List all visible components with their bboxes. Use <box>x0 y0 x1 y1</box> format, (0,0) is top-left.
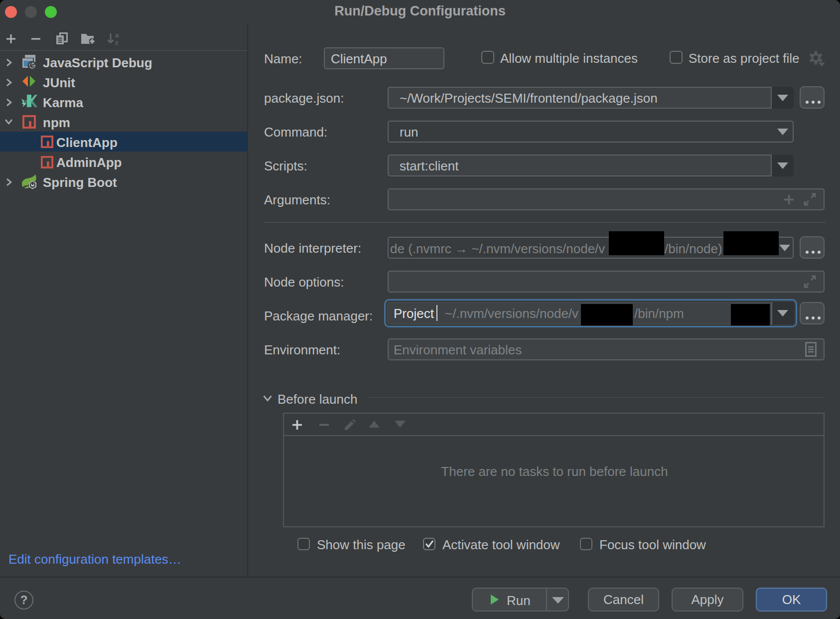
svg-text:a: a <box>115 32 119 39</box>
svg-text:z: z <box>115 39 119 46</box>
